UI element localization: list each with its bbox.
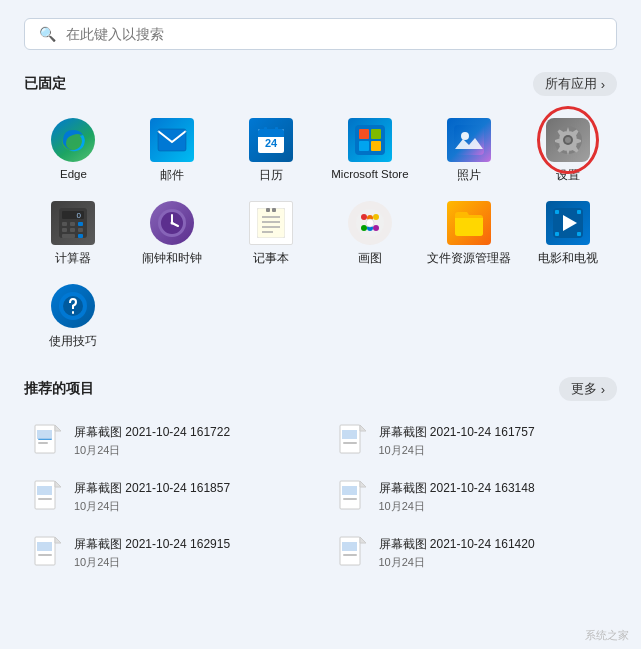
notepad-icon (249, 201, 293, 245)
svg-rect-26 (70, 228, 75, 232)
svg-marker-60 (55, 425, 61, 431)
pinned-grid: Edge 邮件 24 (24, 110, 617, 355)
svg-rect-67 (343, 442, 357, 444)
app-settings[interactable]: 设置 (518, 110, 617, 189)
rec-file-icon-4 (32, 534, 64, 572)
svg-rect-35 (257, 208, 285, 238)
svg-point-15 (461, 132, 469, 140)
pinned-section-header: 已固定 所有应用 › (24, 72, 617, 96)
rec-name-5: 屏幕截图 2021-10-24 161420 (379, 536, 535, 553)
rec-info-3: 屏幕截图 2021-10-24 163148 10月24日 (379, 480, 535, 514)
app-movies[interactable]: 电影和电视 (518, 193, 617, 272)
more-button[interactable]: 更多 › (559, 377, 617, 401)
svg-rect-62 (38, 442, 48, 444)
paint-icon (348, 201, 392, 245)
svg-rect-28 (62, 234, 75, 238)
calendar-icon: 24 (249, 118, 293, 162)
svg-point-46 (361, 225, 367, 231)
rec-info-5: 屏幕截图 2021-10-24 161420 10月24日 (379, 536, 535, 570)
app-tips[interactable]: 使用技巧 (24, 276, 123, 355)
mail-icon (150, 118, 194, 162)
rec-date-2: 10月24日 (74, 499, 230, 514)
settings-icon (546, 118, 590, 162)
rec-item-2[interactable]: 屏幕截图 2021-10-24 161857 10月24日 (24, 471, 313, 523)
svg-rect-24 (78, 222, 83, 226)
svg-rect-11 (371, 129, 381, 139)
rec-item-1[interactable]: 屏幕截图 2021-10-24 161757 10月24日 (329, 415, 618, 467)
app-store[interactable]: Microsoft Store (321, 110, 420, 189)
svg-rect-40 (266, 208, 270, 212)
all-apps-chevron: › (601, 77, 605, 92)
svg-rect-83 (343, 554, 357, 556)
store-label: Microsoft Store (331, 168, 408, 180)
more-label: 更多 (571, 380, 597, 398)
search-bar[interactable]: 🔍 (24, 18, 617, 50)
svg-point-47 (373, 225, 379, 231)
svg-rect-66 (342, 430, 357, 439)
tips-icon (51, 284, 95, 328)
clock-label: 闹钟和时钟 (142, 251, 202, 266)
svg-rect-8 (275, 127, 278, 132)
tips-label: 使用技巧 (49, 334, 97, 349)
app-clock[interactable]: 闹钟和时钟 (123, 193, 222, 272)
app-paint[interactable]: 画图 (321, 193, 420, 272)
edge-icon (51, 118, 95, 162)
svg-text:24: 24 (265, 137, 278, 149)
movies-icon (546, 201, 590, 245)
clock-icon (150, 201, 194, 245)
explorer-label: 文件资源管理器 (427, 251, 511, 266)
app-photos[interactable]: 照片 (419, 110, 518, 189)
svg-rect-75 (343, 498, 357, 500)
rec-item-0[interactable]: 屏幕截图 2021-10-24 161722 10月24日 (24, 415, 313, 467)
notepad-label: 记事本 (253, 251, 289, 266)
more-chevron: › (601, 382, 605, 397)
watermark: 系统之家 (585, 628, 629, 643)
calculator-icon: 0 (51, 201, 95, 245)
search-input[interactable] (66, 26, 602, 42)
svg-rect-55 (577, 232, 581, 236)
rec-date-3: 10月24日 (379, 499, 535, 514)
app-calculator[interactable]: 0 计算器 (24, 193, 123, 272)
all-apps-button[interactable]: 所有应用 › (533, 72, 617, 96)
svg-point-44 (373, 214, 379, 220)
rec-file-icon-2 (32, 478, 64, 516)
app-mail[interactable]: 邮件 (123, 110, 222, 189)
svg-text:0: 0 (77, 211, 82, 220)
app-edge[interactable]: Edge (24, 110, 123, 189)
recommended-grid: 屏幕截图 2021-10-24 161722 10月24日 屏幕截图 2021-… (24, 415, 617, 579)
app-notepad[interactable]: 记事本 (222, 193, 321, 272)
settings-label: 设置 (556, 168, 580, 183)
svg-rect-23 (70, 222, 75, 226)
rec-item-5[interactable]: 屏幕截图 2021-10-24 161420 10月24日 (329, 527, 618, 579)
calculator-label: 计算器 (55, 251, 91, 266)
rec-item-4[interactable]: 屏幕截图 2021-10-24 162915 10月24日 (24, 527, 313, 579)
search-icon: 🔍 (39, 26, 56, 42)
svg-rect-71 (38, 498, 52, 500)
svg-rect-82 (342, 542, 357, 551)
rec-info-2: 屏幕截图 2021-10-24 161857 10月24日 (74, 480, 230, 514)
svg-rect-54 (555, 232, 559, 236)
svg-rect-78 (37, 542, 52, 551)
rec-info-4: 屏幕截图 2021-10-24 162915 10月24日 (74, 536, 230, 570)
svg-rect-7 (264, 127, 267, 132)
photos-icon (447, 118, 491, 162)
svg-rect-13 (371, 141, 381, 151)
svg-point-18 (565, 137, 571, 143)
calendar-label: 日历 (259, 168, 283, 183)
edge-label: Edge (60, 168, 87, 180)
recommended-title: 推荐的项目 (24, 380, 94, 398)
store-icon (348, 118, 392, 162)
app-calendar[interactable]: 24 日历 (222, 110, 321, 189)
svg-rect-79 (38, 554, 52, 556)
svg-rect-52 (555, 210, 559, 214)
rec-file-icon-1 (337, 422, 369, 460)
svg-rect-74 (342, 486, 357, 495)
photos-label: 照片 (457, 168, 481, 183)
svg-rect-70 (37, 486, 52, 495)
svg-rect-53 (577, 210, 581, 214)
rec-item-3[interactable]: 屏幕截图 2021-10-24 163148 10月24日 (329, 471, 618, 523)
recommended-section-header: 推荐的项目 更多 › (24, 377, 617, 401)
start-menu: 🔍 已固定 所有应用 › Edge (0, 0, 641, 649)
rec-name-3: 屏幕截图 2021-10-24 163148 (379, 480, 535, 497)
app-explorer[interactable]: 文件资源管理器 (419, 193, 518, 272)
